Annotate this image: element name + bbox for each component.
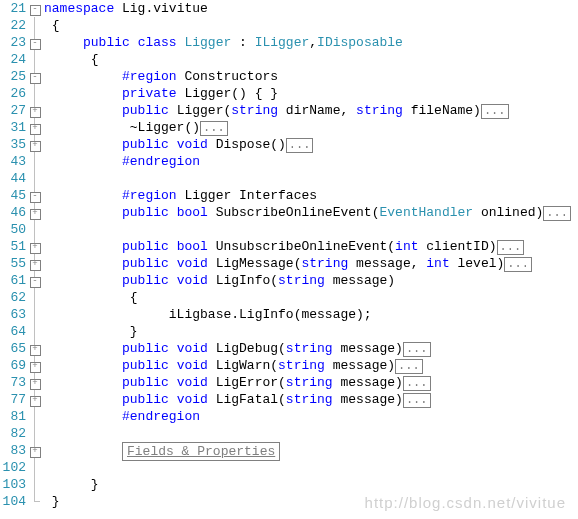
fold-gutter[interactable]: +: [28, 238, 42, 255]
collapsed-block[interactable]: ...: [403, 342, 431, 357]
code-line[interactable]: 27 + public Ligger(string dirName, strin…: [0, 102, 578, 119]
fold-gutter[interactable]: -: [28, 68, 42, 85]
code-text: [42, 221, 44, 238]
fold-gutter: [28, 323, 42, 340]
code-line[interactable]: 83 + Fields & Properties: [0, 442, 578, 459]
code-line[interactable]: 43 #endregion: [0, 153, 578, 170]
code-line[interactable]: 51 + public bool UnsubscribeOnlineEvent(…: [0, 238, 578, 255]
fold-minus-icon[interactable]: -: [30, 277, 41, 288]
code-text: public void LigMessage(string message, i…: [42, 255, 532, 272]
fold-gutter[interactable]: +: [28, 255, 42, 272]
code-line[interactable]: 21 - namespace Lig.vivitue: [0, 0, 578, 17]
fold-plus-icon[interactable]: +: [30, 396, 41, 407]
fold-minus-icon[interactable]: -: [30, 39, 41, 50]
code-text: {: [42, 289, 138, 306]
fold-gutter[interactable]: -: [28, 187, 42, 204]
collapsed-block[interactable]: ...: [403, 376, 431, 391]
line-number: 65: [0, 340, 28, 357]
fold-plus-icon[interactable]: +: [30, 362, 41, 373]
collapsed-block[interactable]: ...: [286, 138, 314, 153]
fold-gutter[interactable]: +: [28, 340, 42, 357]
fold-plus-icon[interactable]: +: [30, 447, 41, 458]
code-line[interactable]: 77 + public void LigFatal(string message…: [0, 391, 578, 408]
fold-gutter[interactable]: +: [28, 136, 42, 153]
collapsed-block[interactable]: ...: [403, 393, 431, 408]
code-line[interactable]: 64 }: [0, 323, 578, 340]
code-text: #region Constructors: [42, 68, 278, 85]
code-line[interactable]: 22 {: [0, 17, 578, 34]
code-text: public bool UnsubscribeOnlineEvent(int c…: [42, 238, 524, 255]
fold-gutter[interactable]: +: [28, 374, 42, 391]
code-line[interactable]: 81 #endregion: [0, 408, 578, 425]
code-line[interactable]: 44: [0, 170, 578, 187]
collapsed-block[interactable]: ...: [481, 104, 509, 119]
code-line[interactable]: 35 + public void Dispose()...: [0, 136, 578, 153]
collapsed-block[interactable]: ...: [504, 257, 532, 272]
code-text: [42, 170, 44, 187]
fold-plus-icon[interactable]: +: [30, 124, 41, 135]
code-text: public class Ligger : ILigger,IDisposabl…: [42, 34, 403, 51]
line-number: 50: [0, 221, 28, 238]
code-line[interactable]: 102: [0, 459, 578, 476]
code-text: [42, 459, 44, 476]
code-line[interactable]: 63 iLigbase.LigInfo(message);: [0, 306, 578, 323]
code-line[interactable]: 26 private Ligger() { }: [0, 85, 578, 102]
fold-minus-icon[interactable]: -: [30, 5, 41, 16]
line-number: 63: [0, 306, 28, 323]
code-line[interactable]: 82: [0, 425, 578, 442]
line-number: 45: [0, 187, 28, 204]
fold-gutter[interactable]: -: [28, 34, 42, 51]
line-number: 81: [0, 408, 28, 425]
fold-plus-icon[interactable]: +: [30, 243, 41, 254]
code-line[interactable]: 24 {: [0, 51, 578, 68]
line-number: 24: [0, 51, 28, 68]
fold-gutter[interactable]: -: [28, 272, 42, 289]
fold-gutter: [28, 153, 42, 170]
code-text: [42, 425, 44, 442]
fold-gutter[interactable]: +: [28, 357, 42, 374]
code-line[interactable]: 55 + public void LigMessage(string messa…: [0, 255, 578, 272]
line-number: 26: [0, 85, 28, 102]
fold-plus-icon[interactable]: +: [30, 345, 41, 356]
fold-gutter[interactable]: +: [28, 204, 42, 221]
code-line[interactable]: 25 - #region Constructors: [0, 68, 578, 85]
fold-plus-icon[interactable]: +: [30, 141, 41, 152]
code-line[interactable]: 61 - public void LigInfo(string message): [0, 272, 578, 289]
code-editor[interactable]: 21 - namespace Lig.vivitue 22 { 23 - pub…: [0, 0, 578, 510]
code-line[interactable]: 103 }: [0, 476, 578, 493]
fold-gutter: [28, 306, 42, 323]
fold-minus-icon[interactable]: -: [30, 73, 41, 84]
line-number: 55: [0, 255, 28, 272]
fold-plus-icon[interactable]: +: [30, 209, 41, 220]
line-number: 64: [0, 323, 28, 340]
code-line[interactable]: 62 {: [0, 289, 578, 306]
code-text: #region Ligger Interfaces: [42, 187, 317, 204]
code-line[interactable]: 23 - public class Ligger : ILigger,IDisp…: [0, 34, 578, 51]
line-number: 103: [0, 476, 28, 493]
code-line[interactable]: 45 - #region Ligger Interfaces: [0, 187, 578, 204]
fold-gutter[interactable]: -: [28, 0, 42, 17]
collapsed-block[interactable]: ...: [200, 121, 228, 136]
fold-gutter: [28, 476, 42, 493]
code-line[interactable]: 31 + ~Ligger()...: [0, 119, 578, 136]
fold-plus-icon[interactable]: +: [30, 107, 41, 118]
code-line[interactable]: 69 + public void LigWarn(string message)…: [0, 357, 578, 374]
line-number: 61: [0, 272, 28, 289]
code-line[interactable]: 50: [0, 221, 578, 238]
fold-plus-icon[interactable]: +: [30, 379, 41, 390]
fold-minus-icon[interactable]: -: [30, 192, 41, 203]
code-line[interactable]: 65 + public void LigDebug(string message…: [0, 340, 578, 357]
collapsed-block[interactable]: ...: [497, 240, 525, 255]
code-line[interactable]: 46 + public bool SubscribeOnlineEvent(Ev…: [0, 204, 578, 221]
fold-gutter[interactable]: +: [28, 102, 42, 119]
line-number: 21: [0, 0, 28, 17]
line-number: 82: [0, 425, 28, 442]
fold-gutter[interactable]: +: [28, 442, 42, 459]
fold-gutter: [28, 17, 42, 34]
collapsed-block[interactable]: ...: [543, 206, 571, 221]
fold-gutter[interactable]: +: [28, 119, 42, 136]
fold-plus-icon[interactable]: +: [30, 260, 41, 271]
fold-gutter[interactable]: +: [28, 391, 42, 408]
code-line[interactable]: 73 + public void LigError(string message…: [0, 374, 578, 391]
collapsed-block[interactable]: ...: [395, 359, 423, 374]
